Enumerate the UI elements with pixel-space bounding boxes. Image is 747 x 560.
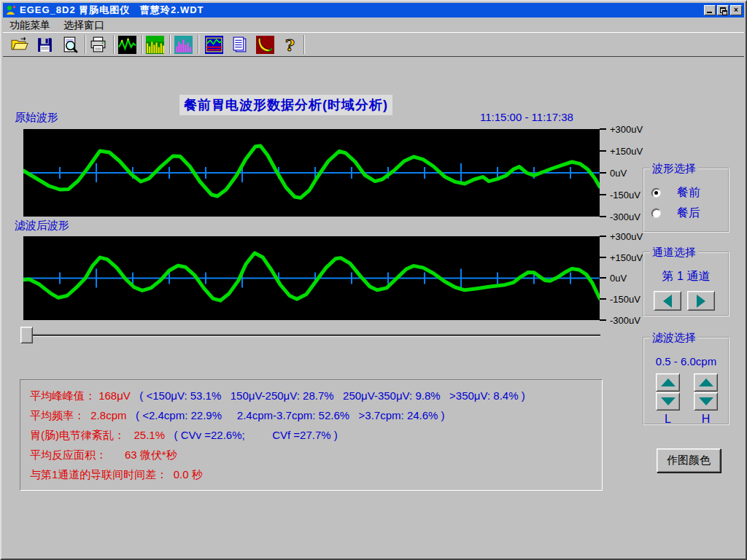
arrow-up-icon <box>699 378 713 386</box>
toolbar: ? <box>3 32 744 55</box>
time-scrollbar-thumb[interactable] <box>20 327 33 343</box>
toolbar-separator <box>113 35 115 54</box>
axis-label: +150uV <box>600 146 643 156</box>
print-button[interactable] <box>89 36 107 54</box>
menu-function[interactable]: 功能菜单 <box>3 18 57 33</box>
axis-tick <box>600 150 606 152</box>
axis-label: -150uV <box>600 190 640 200</box>
arrow-left-icon <box>663 295 672 308</box>
axis-label: -300uV <box>600 315 640 325</box>
stats-panel: 平均峰峰值： 168μV ( <150μV: 53.1% 150μV-250μV… <box>20 379 603 491</box>
channel-select-legend: 通道选择 <box>650 246 698 260</box>
radio-row-pre-meal[interactable]: 餐前 <box>651 185 700 201</box>
app-icon <box>5 4 17 16</box>
axis-label: 0uV <box>600 168 627 178</box>
waveform-view-button[interactable] <box>118 36 136 54</box>
previous-channel-button[interactable] <box>654 291 681 311</box>
filtered-wave-chart <box>23 236 600 320</box>
filter-low-up-button[interactable] <box>656 373 680 392</box>
axis-tick <box>600 298 606 300</box>
time-scrollbar-track[interactable] <box>23 334 600 337</box>
spectrogram-icon <box>146 36 164 54</box>
axis-tick <box>600 236 606 237</box>
raw-wave-panel <box>23 129 600 217</box>
filter-select-group: 滤波选择 0.5 - 6.0cpm L H <box>643 337 729 425</box>
filtered-wave-panel <box>23 236 600 320</box>
print-icon <box>89 36 107 54</box>
app-window: EGEG_8D2 胃肠电图仪 曹慧玲2.WDT × 功能菜单 选择窗口 ? 餐前… <box>0 0 747 560</box>
filter-select-legend: 滤波选择 <box>650 331 698 345</box>
pre-meal-label: 餐前 <box>677 185 700 201</box>
arrow-down-icon <box>661 397 676 405</box>
axis-label: +300uV <box>600 124 643 134</box>
wave-select-legend: 波形选择 <box>650 162 698 176</box>
axis-tick <box>600 128 606 130</box>
raw-wave-label: 原始波形 <box>15 111 58 125</box>
svg-text:?: ? <box>285 36 295 54</box>
arrow-down-icon <box>699 397 713 405</box>
save-icon <box>36 36 54 54</box>
filter-low-label: L <box>656 413 680 426</box>
trend-table-icon <box>205 36 223 54</box>
wave-select-group: 波形选择 餐前 餐后 <box>643 168 729 233</box>
stat-response-area: 平均反应面积： 63 微伏*秒 <box>30 445 602 464</box>
menubar: 功能菜单 选择窗口 <box>3 18 744 32</box>
post-meal-label: 餐后 <box>677 206 700 221</box>
close-button[interactable]: × <box>730 5 742 15</box>
open-button[interactable] <box>10 36 28 54</box>
next-channel-button[interactable] <box>687 291 715 311</box>
channel-select-group: 通道选择 第 1 通道 <box>643 252 729 316</box>
stat-lead-time-difference: 与第1通道的导联间时间差： 0.0 秒 <box>30 464 602 484</box>
arrow-right-icon <box>697 295 705 308</box>
help-button[interactable]: ? <box>281 36 299 54</box>
toolbar-separator <box>169 35 171 54</box>
restore-button[interactable] <box>717 5 729 15</box>
restore-icon <box>720 7 726 13</box>
report-icon <box>231 36 249 54</box>
page-title: 餐前胃电波形数据分析(时域分析) <box>179 95 392 115</box>
stat-peak-to-peak: 平均峰峰值： 168μV ( <150μV: 53.1% 150μV-250μV… <box>30 386 602 405</box>
pre-meal-radio[interactable] <box>651 188 661 198</box>
open-icon <box>10 36 28 54</box>
axis-label: 0uV <box>600 273 627 283</box>
menu-select-window[interactable]: 选择窗口 <box>57 18 111 33</box>
post-meal-radio[interactable] <box>651 209 661 218</box>
axis-label: -300uV <box>600 211 640 222</box>
filter-low-down-button[interactable] <box>656 392 680 411</box>
spectrum-view-button[interactable] <box>174 36 193 54</box>
channel-value: 第 1 通道 <box>644 269 728 284</box>
filter-high-label: H <box>694 413 718 426</box>
toolbar-separator <box>85 35 86 54</box>
axis-label: +150uV <box>600 252 643 262</box>
trend-table-button[interactable] <box>205 36 223 54</box>
titlebar: EGEG_8D2 胃肠电图仪 曹慧玲2.WDT × <box>3 3 744 18</box>
plot-color-button[interactable]: 作图颜色 <box>657 448 721 472</box>
toolbar-separator <box>142 35 143 54</box>
spectrogram-view-button[interactable] <box>146 36 164 54</box>
help-icon: ? <box>281 36 299 54</box>
toolbar-separator <box>198 35 199 54</box>
print-preview-button[interactable] <box>61 36 80 54</box>
filtered-wave-label: 滤波后波形 <box>15 219 69 233</box>
toolbar-separator <box>303 35 305 54</box>
print-preview-icon <box>61 36 80 54</box>
stat-mean-frequency: 平均频率： 2.8cpm ( <2.4cpm: 22.9% 2.4cpm-3.7… <box>30 405 602 425</box>
filter-high-down-button[interactable] <box>694 392 718 411</box>
spectrum-icon <box>174 36 193 54</box>
axis-label: +300uV <box>600 231 643 241</box>
axis-label: -150uV <box>600 294 640 304</box>
color-tool-icon <box>256 36 274 54</box>
axis-tick <box>600 194 606 195</box>
axis-tick <box>600 216 606 217</box>
radio-row-post-meal[interactable]: 餐后 <box>651 206 700 221</box>
stat-rhythm-disorder: 胃(肠)电节律紊乱： 25.1% ( CVv =22.6%; CVf =27.7… <box>30 425 602 445</box>
axis-tick <box>600 172 606 174</box>
minimize-icon <box>707 12 712 13</box>
save-button[interactable] <box>36 36 54 54</box>
color-tool-button[interactable] <box>256 36 274 54</box>
filter-high-up-button[interactable] <box>694 373 718 392</box>
minimize-button[interactable] <box>704 5 716 15</box>
report-button[interactable] <box>231 36 249 54</box>
arrow-up-icon <box>661 378 676 386</box>
window-title: EGEG_8D2 胃肠电图仪 曹慧玲2.WDT <box>20 4 204 17</box>
